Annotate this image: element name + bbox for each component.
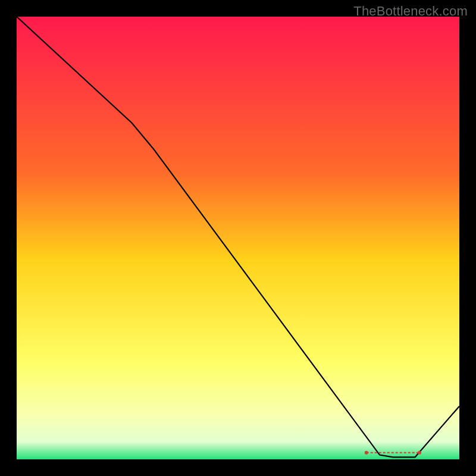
plot-area [17,17,459,459]
chart-container: TheBottleneck.com [0,0,476,476]
marker-dot-icon [418,451,421,455]
chart-svg [17,17,459,459]
gradient-background [17,17,459,459]
